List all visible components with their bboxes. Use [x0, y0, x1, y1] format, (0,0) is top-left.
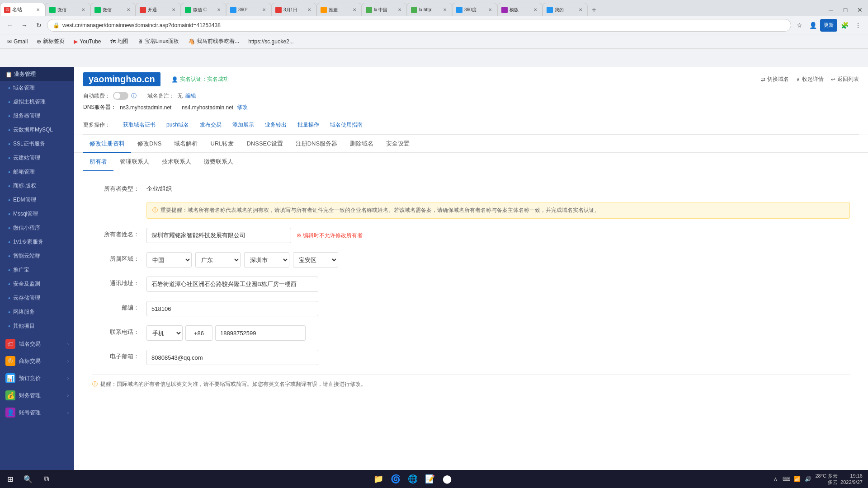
browser-tab[interactable]: 3月1日 ✕ — [271, 3, 316, 16]
info-icon[interactable]: ⓘ — [131, 92, 137, 100]
sidebar-item-prebid[interactable]: 📊 预订竞价 › — [0, 370, 74, 387]
browser-tab[interactable]: 开通 ✕ — [136, 3, 181, 16]
back-button[interactable]: ← — [4, 19, 16, 32]
profile-button[interactable]: 👤 — [807, 19, 819, 32]
bookmark-baota[interactable]: 🖥 宝塔Linux面板 — [134, 37, 183, 46]
sidebar-item-promo[interactable]: 推广宝 — [0, 263, 74, 277]
zip-input[interactable] — [146, 301, 318, 316]
city-select[interactable]: 深圳市 — [244, 252, 289, 267]
sidebar-item-storage[interactable]: 云存储管理 — [0, 291, 74, 305]
tab-url-forward[interactable]: URL转发 — [204, 135, 240, 153]
sidebar-item-mssql[interactable]: Mssql管理 — [0, 207, 74, 221]
sidebar-item-server[interactable]: 服务器管理 — [0, 109, 74, 123]
sub-tab-owner[interactable]: 所有者 — [83, 153, 113, 171]
billing-detail-btn[interactable]: ∧ 收起详情 — [796, 75, 824, 83]
tab-close-btn[interactable]: ✕ — [306, 7, 312, 13]
sidebar-item-mysql[interactable]: 云数据库MySQL — [0, 123, 74, 137]
sidebar-item-account[interactable]: 👤 账号管理 › — [0, 404, 74, 421]
tab-register-dns[interactable]: 注册DNS服务器 — [289, 135, 344, 153]
get-cert-btn[interactable]: 获取域名证书 — [118, 119, 161, 131]
bookmark-gmail[interactable]: ✉ Gmail — [4, 38, 31, 46]
bookmark-map[interactable]: 🗺 地图 — [107, 37, 132, 46]
maximize-button[interactable]: □ — [839, 4, 852, 16]
address-bar[interactable]: 🔒 west.cn/manager/domainnew/domainctr.as… — [47, 19, 791, 32]
bookmark-newtab[interactable]: ⊕ 新标签页 — [33, 37, 68, 46]
sidebar-item-other[interactable]: 其他项目 — [0, 319, 74, 333]
tab-modify-dns[interactable]: 修改DNS — [131, 135, 168, 153]
district-select[interactable]: 宝安区 — [293, 252, 338, 267]
menu-button[interactable]: ⋮ — [852, 19, 864, 32]
province-select[interactable]: 广东 — [195, 252, 241, 267]
bookmark-button[interactable]: ☆ — [793, 19, 806, 32]
change-dns-btn[interactable]: 修改 — [237, 103, 248, 111]
sidebar-item-domain-trade[interactable]: 🏷 域名交易 › — [0, 335, 74, 352]
tab-close-btn[interactable]: ✕ — [577, 7, 584, 13]
sidebar-item-wechat[interactable]: 微信小程序 — [0, 221, 74, 235]
sidebar-item-vhost[interactable]: 虚拟主机管理 — [0, 95, 74, 109]
phone-number-input[interactable] — [215, 325, 306, 341]
switch-domain-btn[interactable]: ⇄ 切换域名 — [761, 75, 789, 83]
owner-name-input[interactable] — [146, 228, 291, 243]
sub-tab-admin-contact[interactable]: 管理联系人 — [113, 153, 156, 171]
sidebar-item-cloudgroup[interactable]: 智能云站群 — [0, 249, 74, 263]
tab-delete-domain[interactable]: 删除域名 — [344, 135, 380, 153]
address-input[interactable] — [146, 277, 318, 292]
tab-close-btn[interactable]: ✕ — [216, 7, 222, 13]
active-tab[interactable]: 西 名站 ✕ — [0, 3, 45, 16]
tab-security[interactable]: 安全设置 — [380, 135, 416, 153]
browser-tab[interactable]: 模版 ✕ — [497, 3, 542, 16]
batch-ops-btn[interactable]: 批量操作 — [292, 119, 325, 131]
sidebar-item-cloudsite[interactable]: 云建站管理 — [0, 151, 74, 165]
country-select[interactable]: 中国 — [146, 252, 192, 267]
browser-tab[interactable]: 推差 ✕ — [316, 3, 362, 16]
start-button[interactable]: ⊞ — [2, 471, 18, 487]
sidebar-item-edm[interactable]: EDM管理 — [0, 193, 74, 207]
email-input[interactable] — [146, 350, 318, 365]
sidebar-item-security[interactable]: 安全及监测 — [0, 277, 74, 291]
tab-close-btn[interactable]: ✕ — [80, 7, 86, 13]
tab-close-btn[interactable]: ✕ — [35, 7, 41, 13]
sidebar-item-domain[interactable]: 域名管理 — [0, 81, 74, 95]
taskbar-apps[interactable]: 🌐 — [405, 471, 421, 487]
task-view-button[interactable]: ⧉ — [38, 471, 54, 487]
sub-tab-billing-contact[interactable]: 缴费联系人 — [198, 153, 240, 171]
browser-tab[interactable]: 360度 ✕ — [452, 3, 497, 16]
close-window-button[interactable]: ✕ — [854, 4, 866, 16]
tab-close-btn[interactable]: ✕ — [351, 7, 358, 13]
tab-close-btn[interactable]: ✕ — [487, 7, 493, 13]
auto-renew-toggle[interactable] — [113, 92, 128, 100]
tab-close-btn[interactable]: ✕ — [125, 7, 132, 13]
phone-type-select[interactable]: 手机 — [146, 325, 183, 341]
browser-tab[interactable]: 我的 ✕ — [542, 3, 588, 16]
bookmark-horse[interactable]: 🐴 我马前线事吃着... — [184, 37, 243, 46]
taskbar-notepad[interactable]: 📝 — [422, 471, 438, 487]
forward-button[interactable]: → — [18, 19, 31, 32]
bookmark-youtube[interactable]: ▶ YouTube — [70, 38, 104, 46]
browser-tab[interactable]: 微信 C ✕ — [181, 3, 226, 16]
search-button[interactable]: 🔍 — [20, 471, 36, 487]
browser-tab[interactable]: lx http: ✕ — [407, 3, 452, 16]
new-tab-button[interactable]: + — [588, 4, 600, 16]
add-showcase-btn[interactable]: 添加展示 — [227, 119, 259, 131]
browser-tab[interactable]: 360° ✕ — [226, 3, 271, 16]
browser-tab[interactable]: 微信 ✕ — [90, 3, 136, 16]
back-to-list-btn[interactable]: ↩ 返回列表 — [831, 75, 859, 83]
bookmark-sc[interactable]: https://sc.guoke2... — [245, 38, 297, 46]
tab-edit-registrant[interactable]: 修改注册资料 — [83, 135, 131, 153]
tab-close-btn[interactable]: ✕ — [442, 7, 448, 13]
extensions-button[interactable]: 🧩 — [838, 19, 851, 32]
tab-close-btn[interactable]: ✕ — [396, 7, 403, 13]
tab-close-btn[interactable]: ✕ — [532, 7, 538, 13]
sidebar-item-finance[interactable]: 💰 财务管理 › — [0, 387, 74, 404]
tab-close-btn[interactable]: ✕ — [170, 7, 177, 13]
taskbar-edge[interactable]: 🌀 — [387, 471, 404, 487]
domain-guide-btn[interactable]: 域名使用指南 — [325, 119, 368, 131]
tab-domain-resolve[interactable]: 域名解析 — [168, 135, 204, 153]
reload-button[interactable]: ↻ — [33, 19, 45, 32]
taskbar-chrome[interactable]: ⬤ — [439, 471, 455, 487]
sidebar-item-ssl[interactable]: SSL证书服务 — [0, 137, 74, 151]
tab-dnssec[interactable]: DNSSEC设置 — [240, 135, 289, 153]
sidebar-item-email[interactable]: 邮箱管理 — [0, 165, 74, 179]
update-button[interactable]: 更新 — [820, 19, 837, 32]
browser-tab[interactable]: 微信 ✕ — [45, 3, 90, 16]
